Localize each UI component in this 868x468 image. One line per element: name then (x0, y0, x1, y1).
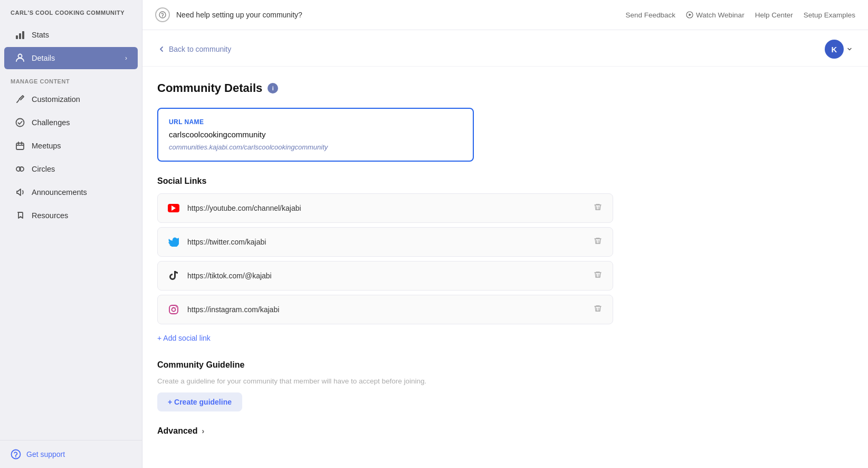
youtube-logo (168, 204, 179, 212)
user-avatar-dropdown[interactable]: K (825, 40, 853, 59)
play-icon (686, 11, 693, 18)
svg-point-18 (176, 306, 177, 307)
social-link-item-youtube: https://youtube.com/channel/kajabi (157, 193, 613, 223)
setup-examples-link[interactable]: Setup Examples (804, 11, 855, 19)
svg-point-4 (16, 119, 24, 127)
guideline-title: Community Guideline (157, 360, 613, 370)
get-support-button[interactable]: Get support (11, 449, 131, 460)
help-bar-text: Need help setting up your community? (176, 11, 619, 19)
social-link-item-instagram: https://instagram.com/kajabi (157, 295, 613, 324)
url-preview: communities.kajabi.com/carlscoolcookingc… (169, 143, 462, 151)
megaphone-icon (15, 187, 25, 198)
sidebar-details-label: Details (32, 54, 55, 62)
svg-rect-5 (16, 143, 24, 149)
sidebar-meetups-label: Meetups (32, 142, 61, 150)
help-bar-links: Send Feedback Watch Webinar Help Center … (626, 11, 855, 19)
sidebar-item-meetups[interactable]: Meetups (4, 135, 138, 157)
brush-icon (15, 94, 25, 105)
check-icon (15, 117, 25, 128)
sidebar-circles-label: Circles (32, 165, 55, 173)
sidebar-item-customization[interactable]: Customization (4, 88, 138, 110)
sidebar-challenges-label: Challenges (32, 118, 70, 127)
sidebar-stats-label: Stats (32, 31, 49, 39)
svg-rect-1 (19, 33, 21, 39)
delete-twitter-button[interactable] (592, 235, 604, 249)
circles-icon (15, 164, 25, 174)
delete-instagram-button[interactable] (592, 302, 604, 317)
sidebar-item-resources[interactable]: Resources (4, 204, 138, 227)
chart-icon (15, 30, 25, 40)
person-icon (15, 53, 25, 63)
youtube-icon (166, 201, 181, 216)
page-title: Community Details (157, 81, 262, 95)
content-area: Community Details i URL Name carlscoolco… (142, 67, 628, 451)
community-name: CARL'S COOL COOKING COMMUNITY (0, 0, 142, 23)
add-social-link-button[interactable]: + Add social link (157, 329, 613, 348)
watch-webinar-link[interactable]: Watch Webinar (686, 11, 745, 19)
guideline-description: Create a guideline for your community th… (157, 377, 613, 385)
sidebar-footer: Get support (0, 440, 142, 468)
social-link-item-twitter: https://twitter.com/kajabi (157, 227, 613, 257)
calendar-icon (15, 141, 25, 151)
get-support-label: Get support (26, 450, 65, 458)
avatar-chevron-icon (846, 45, 853, 53)
twitter-url: https://twitter.com/kajabi (187, 238, 585, 246)
url-name-label: URL Name (169, 118, 462, 126)
advanced-label: Advanced (157, 426, 197, 436)
instagram-icon (166, 302, 181, 317)
back-arrow-icon (157, 45, 166, 53)
help-bar: Need help setting up your community? Sen… (142, 0, 868, 30)
svg-point-14 (162, 16, 163, 17)
url-name-card[interactable]: URL Name carlscoolcookingcommunity commu… (157, 108, 474, 162)
advanced-row[interactable]: Advanced › (157, 426, 613, 436)
sidebar-customization-label: Customization (32, 95, 80, 104)
manage-content-label: MANAGE CONTENT (0, 70, 142, 88)
sidebar-item-stats[interactable]: Stats (4, 24, 138, 46)
sidebar-item-challenges[interactable]: Challenges (4, 111, 138, 134)
delete-tiktok-button[interactable] (592, 268, 604, 283)
support-icon (11, 449, 21, 460)
info-icon[interactable]: i (268, 83, 278, 93)
page-header: Back to community K (142, 30, 868, 67)
back-to-community-link[interactable]: Back to community (157, 45, 231, 53)
social-links-title: Social Links (157, 176, 613, 186)
user-avatar: K (825, 40, 844, 59)
help-center-link[interactable]: Help Center (755, 11, 793, 19)
help-bar-icon (155, 7, 170, 22)
svg-rect-0 (16, 35, 18, 39)
svg-point-12 (15, 456, 16, 457)
tiktok-icon (166, 268, 181, 283)
twitter-icon (166, 235, 181, 249)
delete-youtube-button[interactable] (592, 201, 604, 216)
url-name-value: carlscoolcookingcommunity (169, 130, 462, 139)
youtube-url: https://youtube.com/channel/kajabi (187, 204, 585, 212)
sidebar-item-details[interactable]: Details › (4, 47, 138, 69)
sidebar: CARL'S COOL COOKING COMMUNITY Stats Deta… (0, 0, 142, 468)
instagram-url: https://instagram.com/kajabi (187, 305, 585, 314)
svg-point-3 (18, 54, 22, 58)
social-link-item-tiktok: https://tiktok.com/@kajabi (157, 261, 613, 291)
sidebar-resources-label: Resources (32, 211, 68, 220)
advanced-chevron-icon: › (202, 427, 204, 435)
main-content: Need help setting up your community? Sen… (142, 0, 868, 468)
send-feedback-link[interactable]: Send Feedback (626, 11, 676, 19)
bookmark-icon (15, 210, 25, 221)
chevron-right-icon: › (125, 54, 127, 62)
svg-point-17 (172, 308, 176, 312)
page-title-row: Community Details i (157, 81, 613, 95)
sidebar-announcements-label: Announcements (32, 188, 87, 196)
svg-rect-2 (22, 31, 24, 39)
sidebar-item-announcements[interactable]: Announcements (4, 181, 138, 203)
sidebar-item-circles[interactable]: Circles (4, 158, 138, 180)
tiktok-url: https://tiktok.com/@kajabi (187, 272, 585, 280)
create-guideline-button[interactable]: + Create guideline (157, 392, 242, 411)
